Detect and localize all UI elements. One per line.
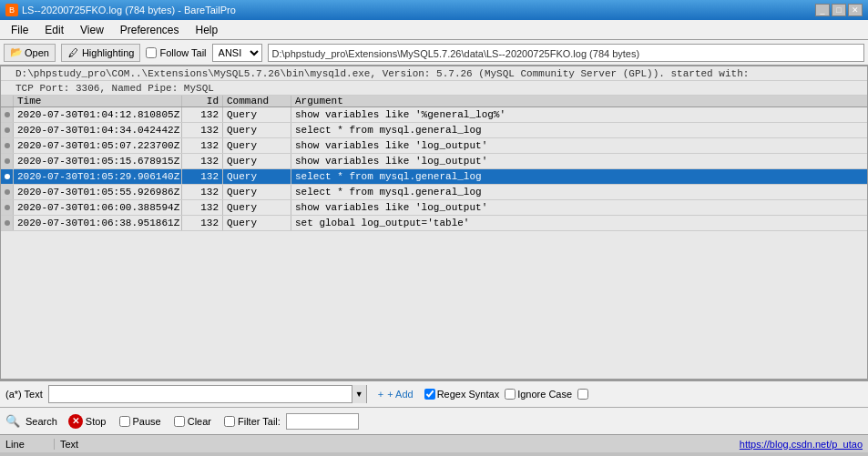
- menu-item-file[interactable]: File: [4, 22, 36, 38]
- row-id: 132: [182, 138, 223, 153]
- regex-syntax-checkbox[interactable]: Regex Syntax: [424, 389, 499, 400]
- table-row[interactable]: 2020-07-30T01:05:07.223700Z 132 Query sh…: [1, 138, 867, 154]
- search-dropdown-button[interactable]: ▼: [352, 385, 366, 403]
- row-indicator: [1, 200, 14, 215]
- add-button[interactable]: + + Add: [373, 388, 419, 400]
- row-command: Query: [223, 123, 291, 137]
- log-header-row: Time Id Command Argument: [1, 96, 867, 107]
- row-time: 2020-07-30T01:05:15.678915Z: [14, 154, 182, 168]
- row-time: 2020-07-30T01:06:00.388594Z: [14, 200, 182, 215]
- row-id: 132: [182, 107, 223, 122]
- row-argument: show variables like 'log_output': [291, 200, 867, 215]
- table-row[interactable]: 2020-07-30T01:04:34.042442Z 132 Query se…: [1, 123, 867, 138]
- stop-icon: ✕: [68, 414, 83, 429]
- col-header-time: Time: [14, 96, 182, 106]
- row-command: Query: [223, 154, 291, 168]
- menu-item-preferences[interactable]: Preferences: [113, 22, 187, 38]
- menu-item-help[interactable]: Help: [189, 22, 226, 38]
- row-argument: show variables like 'log_output': [291, 154, 867, 168]
- row-argument: show variables like '%general_log%': [291, 107, 867, 122]
- row-argument: set global log_output='table': [291, 216, 867, 230]
- search-input[interactable]: [49, 386, 352, 402]
- row-command: Query: [223, 185, 291, 199]
- search-bar-2: 🔍 Search ✕ Stop Pause Clear Filter Tail:: [0, 407, 868, 434]
- row-id: 132: [182, 154, 223, 168]
- table-row[interactable]: 2020-07-30T01:05:55.926986Z 132 Query se…: [1, 185, 867, 200]
- row-time: 2020-07-30T01:05:29.906140Z: [14, 169, 182, 184]
- search-bar: (a*) Text ▼ + + Add Regex Syntax Ignore …: [0, 380, 868, 407]
- search-icon: 🔍: [5, 414, 20, 428]
- pause-checkbox[interactable]: Pause: [119, 416, 161, 427]
- close-button[interactable]: ✕: [848, 4, 863, 16]
- table-row[interactable]: 2020-07-30T01:06:38.951861Z 132 Query se…: [1, 216, 867, 231]
- log-rows-container: 2020-07-30T01:04:12.810805Z 132 Query sh…: [1, 107, 867, 231]
- col-header-argument: Argument: [291, 96, 867, 106]
- file-path-display: D:\phpstudy_pro\Extensions\MySQL5.7.26\d…: [268, 44, 864, 62]
- menu-bar: FileEditViewPreferencesHelp: [0, 20, 868, 40]
- row-indicator: [1, 216, 14, 230]
- ignore-case-checkbox[interactable]: Ignore Case: [505, 389, 572, 400]
- row-command: Query: [223, 107, 291, 122]
- follow-tail-checkbox[interactable]: Follow Tail: [146, 47, 206, 58]
- row-command: Query: [223, 200, 291, 215]
- open-icon: 📂: [10, 46, 23, 59]
- minimize-button[interactable]: _: [815, 4, 830, 16]
- menu-item-view[interactable]: View: [73, 22, 111, 38]
- table-row[interactable]: 2020-07-30T01:04:12.810805Z 132 Query sh…: [1, 107, 867, 123]
- info-line-1: D:\phpstudy_pro\COM..\Extensions\MySQL5.…: [1, 66, 867, 81]
- search-label: Search: [26, 416, 57, 427]
- highlighting-button[interactable]: 🖊 Highlighting: [61, 44, 140, 62]
- row-command: Query: [223, 216, 291, 230]
- search-input-wrapper[interactable]: ▼: [48, 385, 367, 403]
- log-view[interactable]: D:\phpstudy_pro\COM..\Extensions\MySQL5.…: [1, 66, 867, 379]
- row-time: 2020-07-30T01:04:12.810805Z: [14, 107, 182, 122]
- highlighting-icon: 🖊: [67, 46, 80, 59]
- row-id: 132: [182, 200, 223, 215]
- row-indicator: [1, 107, 14, 122]
- row-indicator: [1, 154, 14, 168]
- title-bar: B LS--20200725FKO.log (784 bytes) - Bare…: [0, 0, 868, 20]
- row-id: 132: [182, 123, 223, 137]
- status-link[interactable]: https://blog.csdn.net/p_utao: [734, 439, 868, 450]
- menu-item-edit[interactable]: Edit: [37, 22, 71, 38]
- table-row[interactable]: 2020-07-30T01:05:15.678915Z 132 Query sh…: [1, 154, 867, 169]
- clear-checkbox[interactable]: Clear: [174, 416, 211, 427]
- content-area: D:\phpstudy_pro\COM..\Extensions\MySQL5.…: [0, 66, 868, 380]
- filter-tail-input[interactable]: [286, 413, 359, 430]
- maximize-button[interactable]: □: [832, 4, 846, 16]
- row-id: 132: [182, 185, 223, 199]
- status-bar: Line Text https://blog.csdn.net/p_utao: [0, 434, 868, 452]
- header-indicator: [1, 96, 14, 106]
- toolbar: 📂 Open 🖊 Highlighting Follow Tail ANSI U…: [0, 40, 868, 66]
- status-text-label: Text: [55, 439, 734, 450]
- row-time: 2020-07-30T01:06:38.951861Z: [14, 216, 182, 230]
- row-argument: select * from mysql.general_log: [291, 123, 867, 137]
- col-header-command: Command: [223, 96, 291, 106]
- row-argument: show variables like 'log_output': [291, 138, 867, 153]
- text-mode-label: (a*) Text: [5, 389, 43, 400]
- row-time: 2020-07-30T01:05:55.926986Z: [14, 185, 182, 199]
- table-row[interactable]: 2020-07-30T01:05:29.906140Z 132 Query se…: [1, 169, 867, 185]
- filter-tail-checkbox[interactable]: Filter Tail:: [224, 416, 281, 427]
- encoding-select[interactable]: ANSI UTF-8 UTF-16: [212, 44, 262, 62]
- open-button[interactable]: 📂 Open: [4, 44, 56, 62]
- row-id: 132: [182, 216, 223, 230]
- row-argument: select * from mysql.general_log: [291, 169, 867, 184]
- window-title: LS--20200725FKO.log (784 bytes) - BareTa…: [22, 5, 236, 15]
- stop-button[interactable]: ✕ Stop: [68, 414, 107, 429]
- row-time: 2020-07-30T01:04:34.042442Z: [14, 123, 182, 137]
- row-indicator: [1, 185, 14, 199]
- extra-checkbox[interactable]: [577, 389, 588, 400]
- row-command: Query: [223, 138, 291, 153]
- row-indicator: [1, 123, 14, 137]
- col-header-id: Id: [182, 96, 223, 106]
- table-row[interactable]: 2020-07-30T01:06:00.388594Z 132 Query sh…: [1, 200, 867, 216]
- row-time: 2020-07-30T01:05:07.223700Z: [14, 138, 182, 153]
- row-argument: select * from mysql.general_log: [291, 185, 867, 199]
- row-indicator: [1, 138, 14, 153]
- row-indicator: [1, 169, 14, 184]
- plus-icon: +: [378, 389, 383, 400]
- row-id: 132: [182, 169, 223, 184]
- info-line-2: TCP Port: 3306, Named Pipe: MySQL: [1, 81, 867, 96]
- app-icon: B: [5, 4, 18, 16]
